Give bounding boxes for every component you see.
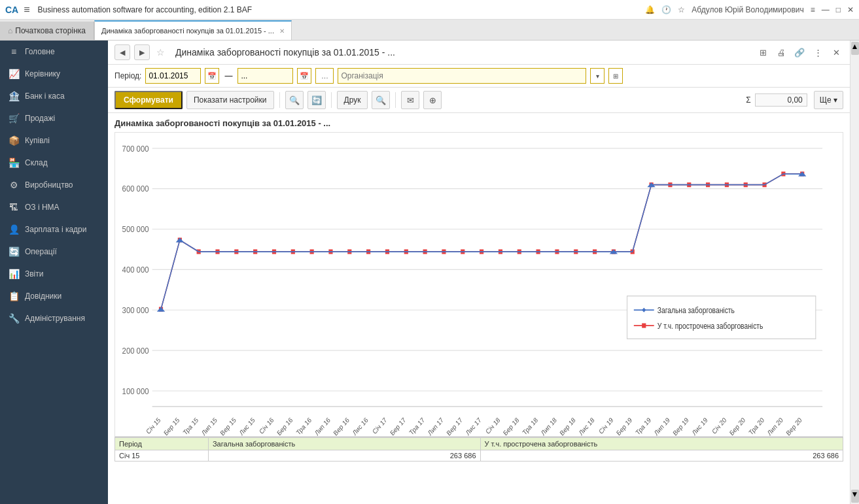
organization-input[interactable] — [338, 68, 586, 84]
toolbar-sep-2 — [331, 92, 332, 108]
sidebar-item-manager[interactable]: 📈 Керівнику — [0, 63, 108, 85]
sidebar-label-os: ОЗ і НМА — [25, 203, 60, 212]
svg-text:Вер 19: Вер 19 — [672, 416, 690, 436]
svg-text:Січ 15: Січ 15 — [145, 416, 162, 435]
svg-text:Вер 18: Вер 18 — [559, 416, 577, 436]
svg-text:Вер 16: Вер 16 — [332, 416, 351, 436]
sidebar-item-os[interactable]: 🏗 ОЗ і НМА — [0, 196, 108, 218]
sum-value: 0,00 — [755, 93, 807, 107]
date-from-calendar-button[interactable]: 📅 — [205, 68, 219, 84]
maximize-button[interactable]: □ — [836, 5, 841, 14]
scroll-down-button[interactable]: ▼ — [851, 490, 859, 503]
search-settings-button[interactable]: 🔄 — [307, 91, 326, 109]
titlebar: CA ≡ Business automation software for ac… — [0, 0, 859, 20]
print-button[interactable]: Друк — [337, 91, 368, 109]
svg-text:Тра 17: Тра 17 — [408, 416, 426, 436]
tab-close-button[interactable]: ✕ — [279, 27, 285, 35]
svg-text:Бер 15: Бер 15 — [162, 416, 181, 436]
svg-text:У т.ч. прострочена заборговані: У т.ч. прострочена заборгованість — [657, 322, 763, 330]
svg-text:Бер 20: Бер 20 — [728, 416, 746, 436]
organization-open-button[interactable]: ⊞ — [608, 68, 623, 84]
organization-dropdown-button[interactable]: ▾ — [590, 68, 605, 84]
sum-display: Σ 0,00 — [746, 93, 807, 107]
date-from-input[interactable] — [145, 68, 201, 84]
app-title: Business automation software for account… — [38, 5, 646, 14]
svg-text:500 000: 500 000 — [122, 225, 149, 235]
period-toolbar: Період: 📅 — 📅 … ▾ ⊞ — [108, 65, 850, 88]
sidebar-item-reference[interactable]: 📋 Довідники — [0, 285, 108, 307]
share-button[interactable]: ⊕ — [423, 91, 442, 109]
hamburger-icon[interactable]: ≡ — [24, 4, 29, 16]
sidebar-item-production[interactable]: ⚙ Виробництво — [0, 174, 108, 196]
sidebar-label-sales: Продажі — [25, 114, 55, 123]
sidebar-label-production: Виробництво — [25, 180, 73, 190]
right-scrollbar[interactable]: ▲ ▼ — [850, 41, 859, 504]
sidebar-item-warehouse[interactable]: 🏪 Склад — [0, 152, 108, 174]
link-icon[interactable]: 🔗 — [792, 45, 807, 59]
sidebar-label-reports: Звіти — [25, 269, 44, 278]
sidebar-item-main[interactable]: ≡ Головне — [0, 41, 108, 63]
table-icon[interactable]: ⊞ — [756, 45, 770, 59]
back-button[interactable]: ◀ — [114, 44, 130, 60]
preview-button[interactable]: 🔍 — [372, 91, 390, 109]
toolbar-sep-1 — [279, 92, 280, 108]
sidebar-item-operations[interactable]: 🔄 Операції — [0, 241, 108, 263]
email-button[interactable]: ✉ — [401, 91, 419, 109]
settings-icon[interactable]: ≡ — [811, 5, 815, 14]
window-close-button[interactable]: ✕ — [847, 5, 854, 14]
print-icon[interactable]: 🖨 — [774, 45, 788, 59]
date-to-calendar-button[interactable]: 📅 — [297, 68, 311, 84]
action-toolbar: Сформувати Показати настройки 🔍 🔄 Друк 🔍… — [108, 88, 850, 113]
sidebar-item-bank[interactable]: 🏦 Банк і каса — [0, 85, 108, 107]
report-header: ◀ ▶ ☆ Динаміка заборгованості покупців з… — [108, 41, 850, 65]
svg-text:Лип 19: Лип 19 — [653, 416, 671, 436]
svg-text:Лип 18: Лип 18 — [540, 416, 558, 436]
sidebar-item-reports[interactable]: 📊 Звіти — [0, 263, 108, 285]
main-icon: ≡ — [8, 46, 20, 57]
forward-button[interactable]: ▶ — [134, 44, 150, 60]
search-button[interactable]: 🔍 — [285, 91, 304, 109]
total-line — [161, 174, 802, 309]
svg-text:Вер 20: Вер 20 — [785, 416, 803, 436]
svg-text:700 000: 700 000 — [122, 144, 149, 154]
sigma-icon: Σ — [746, 95, 750, 105]
svg-text:100 000: 100 000 — [122, 386, 149, 396]
bell-icon[interactable]: 🔔 — [645, 5, 655, 14]
minimize-button[interactable]: — — [822, 5, 830, 14]
sidebar-label-bank: Банк і каса — [25, 92, 65, 101]
svg-marker-85 — [157, 307, 165, 312]
main-layout: ≡ Головне 📈 Керівнику 🏦 Банк і каса 🛒 Пр… — [0, 41, 859, 504]
close-report-button[interactable]: ✕ — [829, 45, 843, 59]
settings-button[interactable]: Показати настройки — [186, 91, 274, 109]
col-period: Період — [115, 438, 209, 450]
svg-text:200 000: 200 000 — [122, 346, 149, 356]
sidebar-label-manager: Керівнику — [25, 69, 60, 78]
form-button[interactable]: Сформувати — [114, 91, 183, 109]
tab-home[interactable]: ⌂ Початкова сторінка — [0, 22, 94, 40]
tab-report[interactable]: Динаміка заборгованості покупців за 01.0… — [94, 20, 292, 40]
star-icon[interactable]: ☆ — [678, 5, 685, 14]
sales-icon: 🛒 — [8, 113, 20, 124]
sidebar-item-purchases[interactable]: 📦 Купівлі — [0, 129, 108, 152]
sidebar-item-admin[interactable]: 🔧 Адміністрування — [0, 307, 108, 329]
svg-text:Тра 18: Тра 18 — [521, 416, 539, 436]
more-icon[interactable]: ⋮ — [811, 45, 825, 59]
more-button[interactable]: Ще ▾ — [814, 91, 843, 109]
history-icon[interactable]: 🕐 — [661, 5, 671, 14]
sidebar-label-admin: Адміністрування — [25, 314, 85, 323]
svg-text:Лип 16: Лип 16 — [313, 416, 332, 436]
sidebar-item-sales[interactable]: 🛒 Продажі — [0, 107, 108, 129]
sidebar-item-salary[interactable]: 👤 Зарплата і кадри — [0, 218, 108, 241]
cell-total: 263 686 — [208, 450, 480, 462]
bookmark-icon[interactable]: ☆ — [156, 47, 165, 58]
sidebar: ≡ Головне 📈 Керівнику 🏦 Банк і каса 🛒 Пр… — [0, 41, 108, 504]
date-to-input[interactable] — [237, 68, 293, 84]
date-more-button[interactable]: … — [315, 68, 334, 84]
salary-icon: 👤 — [8, 224, 20, 235]
report-title: Динаміка заборгованості покупців за 01.0… — [175, 47, 752, 58]
svg-text:Лип 17: Лип 17 — [427, 416, 445, 436]
chart-svg: 700 000 600 000 500 000 400 000 300 000 … — [115, 133, 843, 436]
total-dots — [157, 171, 807, 311]
svg-rect-95 — [642, 323, 646, 328]
scroll-up-button[interactable]: ▲ — [851, 42, 859, 55]
